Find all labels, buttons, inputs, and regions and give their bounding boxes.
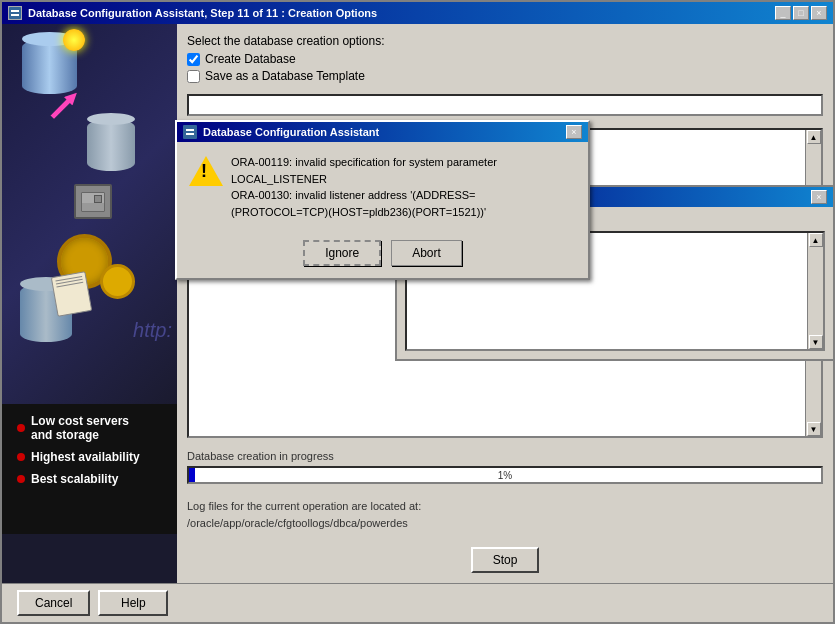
error-dialog: Database Configuration Assistant × ORA-0… <box>175 120 590 280</box>
svg-rect-2 <box>11 14 19 16</box>
svg-rect-0 <box>9 7 21 19</box>
svg-rect-3 <box>184 126 196 138</box>
error-dialog-title-text: Database Configuration Assistant <box>203 126 379 138</box>
cancel-button[interactable]: Cancel <box>17 590 90 616</box>
app-icon <box>8 6 22 20</box>
instance-scroll-up[interactable]: ▲ <box>809 233 823 247</box>
warning-triangle-shape <box>189 156 223 186</box>
title-bar-left: Database Configuration Assistant, Step 1… <box>8 6 377 20</box>
bottom-bar: Cancel Help <box>2 583 833 622</box>
oracle-image-area: http: <box>2 24 177 404</box>
ad-text-3: Best scalability <box>31 472 118 486</box>
svg-rect-5 <box>186 133 194 135</box>
ignore-button[interactable]: Ignore <box>303 240 381 266</box>
maximize-button[interactable]: □ <box>793 6 809 20</box>
text-field-1[interactable] <box>187 94 823 116</box>
ad-panel: Low cost servers and storage Highest ava… <box>2 404 177 534</box>
help-button[interactable]: Help <box>98 590 168 616</box>
bullet-dot-1 <box>17 424 25 432</box>
create-database-label: Create Database <box>205 52 296 66</box>
progress-bar-container: 1% <box>187 466 823 484</box>
progress-percent-text: 1% <box>498 470 512 481</box>
error-message-content: ORA-00119: invalid specification for sys… <box>231 156 497 218</box>
stop-button-row: Stop <box>187 547 823 573</box>
selection-section: Select the database creation options: Cr… <box>187 34 823 86</box>
log-file-line1: Log files for the current operation are … <box>187 498 823 515</box>
save-template-row: Save as a Database Template <box>187 69 823 83</box>
stop-button[interactable]: Stop <box>471 547 540 573</box>
selection-heading: Select the database creation options: <box>187 34 823 48</box>
title-bar-buttons: _ □ × <box>775 6 827 20</box>
ad-bullet-3: Best scalability <box>17 472 162 486</box>
save-template-label: Save as a Database Template <box>205 69 365 83</box>
error-dialog-buttons: Ignore Abort <box>177 232 588 278</box>
warning-icon <box>189 156 221 188</box>
scroll-up-button[interactable]: ▲ <box>807 130 821 144</box>
main-window-title: Database Configuration Assistant, Step 1… <box>28 7 377 19</box>
left-panel: http: Low cost servers and storage Highe… <box>2 24 177 583</box>
ad-bullet-1: Low cost servers and storage <box>17 414 162 442</box>
instance-scroll-down[interactable]: ▼ <box>809 335 823 349</box>
ad-bullet-2: Highest availability <box>17 450 162 464</box>
error-message-text: ORA-00119: invalid specification for sys… <box>231 154 576 220</box>
ad-text-1b: and storage <box>31 428 129 442</box>
main-title-bar: Database Configuration Assistant, Step 1… <box>2 2 833 24</box>
progress-bar-fill <box>189 468 195 482</box>
ad-text-1a: Low cost servers <box>31 414 129 428</box>
minimize-button[interactable]: _ <box>775 6 791 20</box>
instance-scrollbar: ▲ ▼ <box>807 233 823 349</box>
abort-button[interactable]: Abort <box>391 240 462 266</box>
log-file-section: Log files for the current operation are … <box>187 498 823 531</box>
progress-section: Database creation in progress 1% <box>187 450 823 490</box>
create-database-checkbox[interactable] <box>187 53 200 66</box>
close-button[interactable]: × <box>811 6 827 20</box>
error-dialog-content: ORA-00119: invalid specification for sys… <box>177 142 588 232</box>
svg-rect-4 <box>186 129 194 131</box>
bullet-dot-3 <box>17 475 25 483</box>
scroll-down-button[interactable]: ▼ <box>807 422 821 436</box>
bullet-dot-2 <box>17 453 25 461</box>
error-dialog-close-button[interactable]: × <box>566 125 582 139</box>
ad-text-2: Highest availability <box>31 450 140 464</box>
svg-rect-1 <box>11 10 19 12</box>
log-file-line2: /oracle/app/oracle/cfgtoollogs/dbca/powe… <box>187 515 823 532</box>
progress-window-close-button[interactable]: × <box>811 190 827 204</box>
create-database-row: Create Database <box>187 52 823 66</box>
progress-label: Database creation in progress <box>187 450 823 462</box>
error-dialog-title-bar: Database Configuration Assistant × <box>177 122 588 142</box>
save-template-checkbox[interactable] <box>187 70 200 83</box>
http-watermark: http: <box>133 319 172 342</box>
